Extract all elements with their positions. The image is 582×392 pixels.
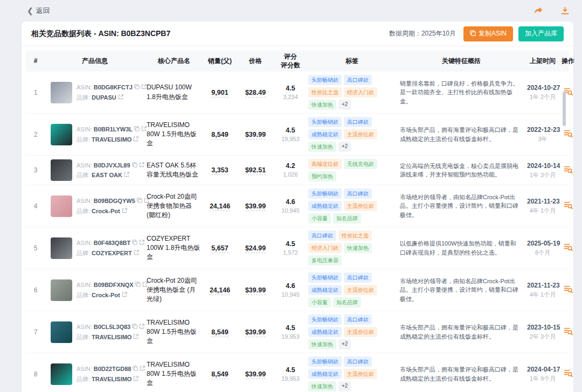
tag[interactable]: +2 [338, 142, 351, 152]
copy-icon [470, 30, 476, 38]
sales-value[interactable]: 24,146 [210, 202, 230, 211]
row-index: 6 [26, 283, 45, 297]
product-image[interactable] [51, 82, 72, 103]
tag[interactable]: +2 [338, 100, 351, 110]
product-name: DUPASU 100W 1.8升电热饭盒 [144, 80, 204, 105]
sales-value[interactable]: 8,549 [211, 131, 228, 139]
copy-icon[interactable] [134, 82, 140, 93]
sales-value[interactable]: 5,657 [211, 244, 228, 253]
tag: 快速加热 [308, 339, 336, 349]
launch-date: 2021-11-23 [527, 197, 558, 206]
product-info-cell: ASIN:B0BR1LYW3L 品牌:TRAVELISIMO [45, 121, 144, 149]
tag: 主流价位款 [344, 285, 377, 295]
product-image[interactable] [51, 321, 72, 343]
external-link-icon[interactable] [139, 322, 144, 332]
view-detail-icon[interactable] [560, 198, 576, 214]
price-value[interactable]: $39.99 [245, 131, 266, 139]
sales-value[interactable]: 9,901 [211, 89, 228, 97]
external-link-icon[interactable] [122, 290, 127, 300]
tag: 头部畅销款 [308, 356, 342, 367]
rating-value: 4.5 [277, 83, 304, 93]
row-index: 2 [26, 128, 45, 142]
tag[interactable]: +2 [338, 381, 351, 391]
sales-value[interactable]: 3,353 [211, 166, 228, 175]
rating-count: 19,953 [277, 135, 304, 144]
copy-icon[interactable] [133, 364, 138, 374]
column-header: 产品信息 [45, 55, 144, 68]
product-image[interactable] [51, 195, 72, 217]
view-detail-icon[interactable] [560, 162, 576, 179]
competitor-data-card: 相关竞品数据列表 - ASIN: B0BZ3NCPB7 数据周期：2025年10… [22, 22, 573, 392]
view-detail-icon[interactable] [560, 126, 576, 143]
table-scrollbar-thumb[interactable] [563, 92, 566, 126]
price-value[interactable]: $39.99 [245, 328, 266, 337]
view-detail-icon[interactable] [560, 282, 576, 298]
copy-icon[interactable] [132, 322, 137, 332]
feature-summary: 市场头部产品，拥有海量评论和极高口碑，是成熟稳定的主流价位有线饭盒标杆。 [398, 122, 525, 146]
tag: 主流价位款 [344, 327, 377, 337]
share-icon[interactable] [534, 7, 543, 15]
tag: 性价比之选 [338, 230, 372, 241]
product-image[interactable] [51, 279, 72, 301]
copy-icon[interactable] [134, 124, 140, 135]
rating-count: 1,572 [277, 249, 304, 257]
price-value[interactable]: $24.99 [245, 244, 266, 253]
view-detail-icon[interactable] [560, 324, 576, 340]
feature-summary: 市场头部产品，拥有海量评论和极高口碑，是成熟稳定的主流价位有线饭盒标杆。 [398, 362, 525, 386]
copy-icon[interactable] [132, 160, 137, 171]
add-to-library-button[interactable]: 加入产品库 [518, 26, 564, 41]
tags-cell: 头部畅销款高口碑款成熟稳定款主流价位款快速加热+2 [306, 353, 398, 392]
tag: 经济入门款 [344, 87, 377, 97]
tag: 知名品牌 [333, 297, 361, 307]
external-link-icon[interactable] [139, 238, 144, 248]
back-button[interactable]: ❮ 返回 [27, 6, 50, 16]
rating-value: 4.5 [277, 125, 304, 135]
external-link-icon[interactable] [133, 135, 138, 145]
product-image[interactable] [51, 159, 72, 181]
launch-age: 3年 [527, 135, 558, 144]
external-link-icon[interactable] [124, 170, 129, 180]
copy-icon[interactable] [135, 280, 141, 290]
download-icon[interactable] [561, 7, 569, 15]
product-image[interactable] [51, 124, 72, 145]
product-image[interactable] [51, 237, 72, 259]
external-link-icon[interactable] [134, 248, 139, 258]
feature-summary: 市场绝对的领导者，由知名品牌Crock-Pot出品。主打小容量便携，设计简约，销… [398, 274, 525, 307]
copy-icon[interactable] [132, 238, 137, 248]
view-detail-icon[interactable] [560, 366, 576, 382]
price-value[interactable]: $39.99 [245, 286, 266, 295]
external-link-icon[interactable] [133, 332, 138, 342]
price-value[interactable]: $39.99 [245, 202, 266, 211]
launch-date: 2024-10-27 [527, 83, 558, 93]
rating-value: 4.6 [277, 197, 304, 207]
copy-icon[interactable] [137, 196, 142, 206]
tags-cell: 头部畅销款高口碑款成熟稳定款主流价位款快速加热+2 [306, 311, 398, 353]
external-link-icon[interactable] [139, 160, 144, 171]
tag: 高口碑款 [344, 75, 372, 85]
view-detail-icon[interactable] [560, 240, 576, 256]
table-row: 6 ASIN:B09BDFXNQX 品牌:Crock-Pot Crock-Pot… [26, 269, 569, 311]
price-value[interactable]: $39.99 [245, 370, 266, 379]
tag: 性价比之选 [308, 87, 342, 97]
brand-value: TRAVELISIMO [92, 374, 131, 384]
tag[interactable]: +2 [338, 339, 351, 349]
tag: 无线充电款 [344, 159, 377, 169]
launch-date: 2024-10-14 [527, 161, 558, 171]
tags-cell: 头部畅销款高口碑款成熟稳定款主流价位款快速加热+2 [306, 114, 398, 155]
copy-asin-button[interactable]: 复制ASIN [463, 26, 513, 41]
product-image[interactable] [51, 363, 72, 385]
brand-value: COZYEXPERT [92, 248, 132, 258]
feature-summary: 市场绝对的领导者，由知名品牌Crock-Pot出品。主打小容量便携，设计简约，销… [398, 190, 525, 223]
price-cell: $92.51 [236, 163, 275, 177]
external-link-icon[interactable] [133, 374, 138, 384]
price-value[interactable]: $92.51 [245, 166, 266, 175]
external-link-icon[interactable] [122, 206, 127, 216]
sales-value[interactable]: 24,146 [210, 286, 230, 295]
external-link-icon[interactable] [118, 93, 123, 103]
rating-count: 19,953 [277, 333, 304, 341]
brand-value: Crock-Pot [92, 206, 120, 216]
launch-date-cell: 2025-05-19 8个月 [525, 235, 560, 261]
price-value[interactable]: $28.49 [245, 89, 266, 97]
sales-value[interactable]: 8,549 [211, 370, 228, 379]
sales-value[interactable]: 8,549 [211, 328, 228, 337]
